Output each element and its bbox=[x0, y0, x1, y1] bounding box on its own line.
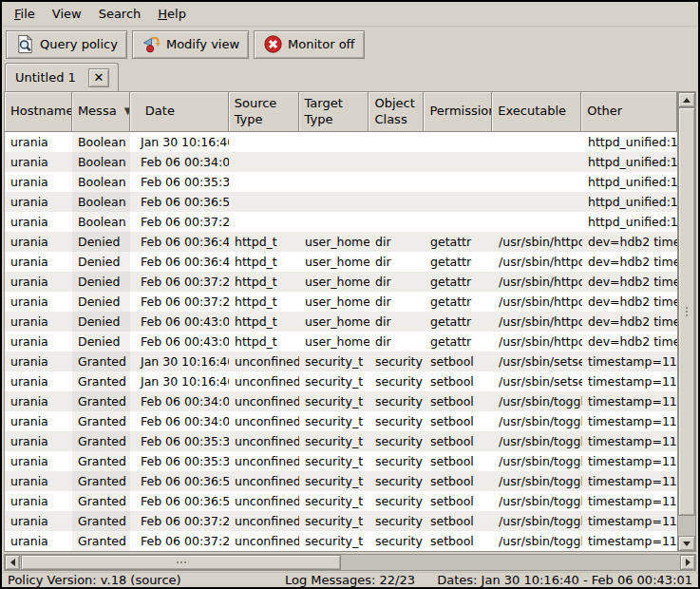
cell-source_type bbox=[229, 192, 299, 212]
cell-date: Feb 06 00:36:56 bbox=[130, 192, 229, 212]
cell-date: Feb 06 00:43:01 bbox=[130, 312, 229, 332]
table-row[interactable]: uraniaDeniedFeb 06 00:43:01httpd_tuser_h… bbox=[5, 312, 677, 332]
cell-hostname: urania bbox=[5, 312, 72, 332]
column-header-label: Hostname bbox=[10, 104, 72, 119]
column-header-executable[interactable]: Executable bbox=[492, 92, 581, 132]
cell-message: Denied bbox=[72, 252, 130, 272]
column-header-permission[interactable]: Permission bbox=[424, 92, 492, 132]
cell-source_type: httpd_t bbox=[229, 312, 299, 332]
cell-permission: setbool bbox=[425, 471, 493, 491]
scroll-left-button[interactable] bbox=[5, 555, 20, 570]
vertical-scroll-thumb[interactable] bbox=[678, 107, 695, 516]
table-row[interactable]: uraniaBooleanFeb 06 00:34:01httpd_unifie… bbox=[5, 152, 677, 172]
up-arrow-icon bbox=[683, 98, 691, 103]
table-row[interactable]: uraniaGrantedFeb 06 00:35:35unconfined_s… bbox=[5, 431, 677, 451]
cell-date: Feb 06 00:36:44 bbox=[130, 252, 229, 272]
table-row[interactable]: uraniaDeniedFeb 06 00:36:44httpd_tuser_h… bbox=[5, 252, 677, 272]
cell-hostname: urania bbox=[5, 332, 72, 352]
modify-view-button[interactable]: Modify view bbox=[132, 30, 249, 59]
cell-permission: getattr bbox=[425, 312, 493, 332]
table-row[interactable]: uraniaGrantedFeb 06 00:35:35unconfined_s… bbox=[5, 451, 677, 471]
cell-source_type: unconfined_ bbox=[229, 471, 299, 491]
table-row[interactable]: uraniaGrantedJan 30 10:16:40unconfined_s… bbox=[5, 352, 677, 371]
table-row[interactable]: uraniaDeniedFeb 06 00:36:44httpd_tuser_h… bbox=[5, 232, 677, 252]
cell-other: dev=hdb2 timesta bbox=[582, 292, 677, 312]
cell-object_class: dir bbox=[369, 252, 425, 272]
cell-object_class: security bbox=[369, 511, 425, 531]
cell-message: Granted bbox=[72, 531, 130, 551]
column-header-hostname[interactable]: Hostname bbox=[5, 92, 72, 132]
cell-executable: /usr/sbin/httpd bbox=[493, 272, 582, 292]
query-policy-button[interactable]: Query policy bbox=[6, 30, 127, 59]
menu-view[interactable]: View bbox=[44, 4, 90, 24]
cell-date: Feb 06 00:43:01 bbox=[130, 332, 229, 352]
table-row[interactable]: uraniaBooleanFeb 06 00:36:56httpd_unifie… bbox=[5, 192, 677, 212]
cell-message: Granted bbox=[72, 371, 130, 391]
cell-other: timestamp=11076 bbox=[582, 471, 677, 491]
cell-target_type bbox=[299, 152, 369, 172]
tab-untitled-1[interactable]: Untitled 1 ✕ bbox=[5, 63, 119, 91]
cell-object_class: security bbox=[369, 431, 425, 451]
cell-other: timestamp=11076 bbox=[582, 391, 677, 411]
menu-file[interactable]: File bbox=[6, 4, 44, 24]
cell-target_type bbox=[299, 212, 369, 232]
table-row[interactable]: uraniaDeniedFeb 06 00:43:01httpd_tuser_h… bbox=[5, 332, 677, 352]
cell-target_type: user_home_ bbox=[299, 252, 369, 272]
column-header-object_class[interactable]: Object Class bbox=[369, 92, 424, 132]
monitor-off-button[interactable]: Monitor off bbox=[254, 30, 364, 59]
cell-other: httpd_unified:1, h bbox=[582, 172, 677, 192]
cell-other: dev=hdb2 timesta bbox=[582, 252, 677, 272]
cell-other: httpd_unified:1, h bbox=[582, 132, 677, 152]
column-header-source_type[interactable]: Source Type bbox=[229, 92, 299, 132]
cell-hostname: urania bbox=[5, 272, 72, 292]
cell-permission: setbool bbox=[425, 511, 493, 531]
cell-message: Boolean bbox=[72, 192, 130, 212]
table-row[interactable]: uraniaBooleanFeb 06 00:35:35httpd_unifie… bbox=[5, 172, 677, 192]
cell-target_type: security_t bbox=[299, 391, 369, 411]
column-header-target_type[interactable]: Target Type bbox=[299, 92, 369, 132]
cell-message: Boolean bbox=[72, 172, 130, 192]
column-header-message[interactable]: Messa▼ bbox=[72, 92, 130, 132]
table-row[interactable]: uraniaGrantedFeb 06 00:36:56unconfined_s… bbox=[5, 471, 677, 491]
cell-executable: /usr/sbin/toggle bbox=[493, 391, 582, 411]
vertical-scroll-track[interactable] bbox=[678, 107, 695, 536]
table-row[interactable]: uraniaBooleanJan 30 10:16:40httpd_unifie… bbox=[5, 132, 677, 152]
cell-message: Granted bbox=[72, 411, 130, 431]
table-row[interactable]: uraniaGrantedFeb 06 00:37:25unconfined_s… bbox=[5, 511, 677, 531]
cell-message: Boolean bbox=[72, 152, 130, 172]
table-row[interactable]: uraniaGrantedFeb 06 00:37:25unconfined_s… bbox=[5, 531, 677, 551]
column-header-other[interactable]: Other bbox=[581, 92, 677, 132]
cell-target_type: security_t bbox=[299, 431, 369, 451]
cell-object_class bbox=[369, 172, 425, 192]
table-row[interactable]: uraniaBooleanFeb 06 00:37:25httpd_unifie… bbox=[5, 212, 677, 232]
table-row[interactable]: uraniaGrantedFeb 06 00:34:01unconfined_s… bbox=[5, 411, 677, 431]
table-row[interactable]: uraniaGrantedFeb 06 00:34:01unconfined_s… bbox=[5, 391, 677, 411]
horizontal-scroll-thumb[interactable] bbox=[21, 555, 341, 570]
tab-close-button[interactable]: ✕ bbox=[88, 68, 109, 87]
cell-other: dev=hdb2 timesta bbox=[582, 312, 677, 332]
menu-search[interactable]: Search bbox=[90, 4, 150, 24]
column-header-date[interactable]: Date bbox=[130, 92, 229, 132]
horizontal-scrollbar[interactable] bbox=[4, 554, 696, 571]
horizontal-scroll-track[interactable] bbox=[20, 555, 680, 570]
scroll-down-button[interactable] bbox=[678, 536, 695, 551]
cell-permission: setbool bbox=[425, 491, 493, 511]
cell-date: Jan 30 10:16:40 bbox=[130, 352, 229, 371]
cell-hostname: urania bbox=[5, 391, 72, 411]
cell-executable: /usr/sbin/setseb bbox=[493, 371, 582, 391]
query-policy-icon bbox=[15, 34, 35, 54]
cell-source_type: httpd_t bbox=[229, 332, 299, 352]
cell-executable: /usr/sbin/httpd bbox=[493, 232, 582, 252]
table-row[interactable]: uraniaDeniedFeb 06 00:37:27httpd_tuser_h… bbox=[5, 272, 677, 292]
table-row[interactable]: uraniaGrantedFeb 06 00:36:56unconfined_s… bbox=[5, 491, 677, 511]
table-row[interactable]: uraniaGrantedJan 30 10:16:40unconfined_s… bbox=[5, 371, 677, 391]
vertical-scrollbar[interactable] bbox=[677, 92, 695, 551]
cell-source_type: unconfined_ bbox=[229, 431, 299, 451]
menu-help[interactable]: Help bbox=[149, 4, 195, 24]
scroll-right-button[interactable] bbox=[680, 555, 695, 570]
cell-permission bbox=[425, 172, 493, 192]
scroll-up-button[interactable] bbox=[678, 92, 695, 107]
right-arrow-icon bbox=[686, 559, 691, 566]
cell-executable: /usr/sbin/toggle bbox=[493, 471, 582, 491]
table-row[interactable]: uraniaDeniedFeb 06 00:37:27httpd_tuser_h… bbox=[5, 292, 677, 312]
